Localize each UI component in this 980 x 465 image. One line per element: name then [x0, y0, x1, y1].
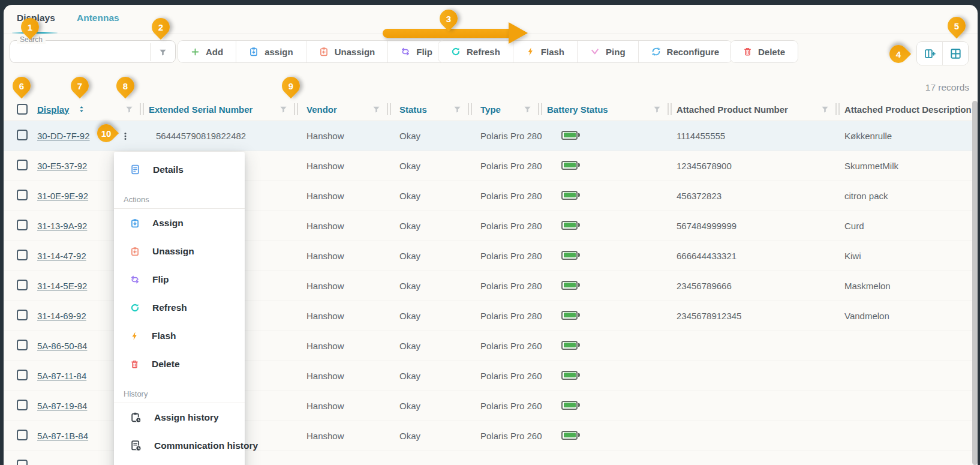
status-cell: Okay: [396, 341, 477, 351]
grid-icon: [950, 48, 961, 59]
column-resize-handle[interactable]: [468, 103, 472, 115]
battery-icon: [561, 221, 578, 230]
row-checkbox[interactable]: [17, 160, 28, 170]
row-checkbox[interactable]: [17, 250, 28, 260]
menu-section-history: History: [114, 378, 245, 403]
annotation-badge-10: 10: [94, 121, 119, 146]
display-link[interactable]: 31-14-47-92: [37, 251, 86, 261]
annotation-arrow: [383, 29, 510, 38]
battery-cell: [547, 131, 677, 142]
menu-item-label: Delete: [152, 359, 180, 370]
column-header-display[interactable]: Display: [37, 104, 69, 115]
annotation-badge-4: 4: [886, 41, 911, 67]
ping-button[interactable]: Ping: [577, 41, 638, 62]
search-input[interactable]: [15, 41, 144, 62]
swap-icon: [130, 275, 140, 284]
row-checkbox[interactable]: [17, 310, 28, 320]
display-link[interactable]: 30-DD-7F-92: [37, 131, 90, 141]
vendor-cell: Hanshow: [303, 221, 396, 231]
annotation-badge-7: 7: [67, 73, 92, 98]
filter-funnel-icon[interactable]: [523, 105, 532, 114]
table-row[interactable]: 30-DD-7F-92 564445790819822482 Hanshow O…: [4, 121, 978, 151]
column-resize-handle[interactable]: [294, 103, 298, 115]
display-link[interactable]: 30-E5-37-92: [37, 161, 87, 171]
display-link[interactable]: 5A-87-1B-84: [37, 431, 88, 441]
menu-item-communication-history[interactable]: Communication history: [114, 431, 245, 460]
row-checkbox[interactable]: [17, 370, 28, 380]
vendor-cell: Hanshow: [303, 431, 396, 441]
assign-button[interactable]: assign: [236, 41, 306, 62]
row-checkbox[interactable]: [17, 430, 28, 440]
tab-antennas[interactable]: Antennas: [77, 13, 119, 23]
display-link[interactable]: 31-13-9A-92: [37, 221, 87, 231]
column-resize-handle[interactable]: [140, 103, 144, 115]
document-icon: [130, 164, 140, 175]
column-resize-handle[interactable]: [668, 103, 672, 115]
vendor-cell: Hanshow: [303, 371, 396, 381]
toolbar-group-device: RefreshFlashPingReconfigure: [438, 40, 732, 63]
menu-item-assign-history[interactable]: Assign history: [114, 403, 245, 431]
search-filter-icon[interactable]: [150, 43, 175, 61]
row-menu-button[interactable]: [121, 131, 130, 141]
sort-icon[interactable]: [77, 105, 86, 113]
menu-item-label: Unassign: [152, 246, 194, 257]
type-cell: Polaris Pro 260: [477, 371, 547, 381]
display-link[interactable]: 31-14-69-92: [37, 311, 86, 321]
display-link[interactable]: 5A-87-19-84: [37, 401, 87, 411]
menu-item-flip[interactable]: Flip: [114, 265, 245, 293]
display-link[interactable]: 31-14-5E-92: [37, 281, 87, 291]
reconfigure-button[interactable]: Reconfigure: [638, 41, 732, 62]
status-cell: Okay: [396, 371, 477, 381]
row-checkbox[interactable]: [17, 340, 28, 350]
battery-cell: [547, 341, 677, 352]
menu-item-unassign[interactable]: Unassign: [114, 237, 245, 265]
button-label: Flip: [416, 47, 432, 57]
menu-item-details[interactable]: Details: [114, 155, 245, 184]
column-header-attached-product-number: Attached Product Number: [677, 104, 788, 115]
filter-funnel-icon[interactable]: [453, 105, 462, 114]
row-checkbox[interactable]: [17, 190, 28, 200]
filter-funnel-icon[interactable]: [653, 105, 662, 114]
menu-item-refresh[interactable]: Refresh: [114, 293, 245, 322]
column-resize-handle[interactable]: [835, 103, 840, 115]
button-label: Flash: [541, 47, 564, 57]
menu-item-assign[interactable]: Assign: [114, 209, 245, 237]
flash-button[interactable]: Flash: [513, 41, 577, 62]
display-link[interactable]: 5A-87-11-84: [37, 371, 86, 381]
document-clock-icon: [130, 440, 142, 451]
battery-icon: [561, 191, 578, 200]
filter-funnel-icon[interactable]: [279, 105, 288, 114]
column-header-extended-serial-number: Extended Serial Number: [149, 104, 252, 115]
row-checkbox[interactable]: [17, 220, 28, 230]
display-link[interactable]: 5A-86-50-84: [37, 341, 87, 351]
refresh-button[interactable]: Refresh: [438, 41, 513, 62]
row-checkbox[interactable]: [17, 280, 28, 290]
status-cell: Okay: [396, 161, 477, 171]
row-checkbox[interactable]: [17, 130, 28, 140]
add-column-button[interactable]: [917, 42, 942, 65]
column-resize-handle[interactable]: [538, 103, 542, 115]
product-description-cell: Curd: [844, 221, 978, 231]
product-number-cell: 12345678900: [677, 161, 844, 171]
delete-button[interactable]: Delete: [731, 41, 798, 62]
filter-funnel-icon[interactable]: [372, 105, 381, 114]
row-checkbox[interactable]: [17, 460, 28, 465]
product-description-cell: citron pack: [844, 191, 978, 201]
flip-button[interactable]: Flip: [387, 41, 445, 62]
records-count: 17 records: [925, 82, 969, 93]
display-link[interactable]: 31-0E-9E-92: [37, 191, 88, 201]
filter-funnel-icon[interactable]: [125, 105, 134, 114]
row-checkbox[interactable]: [17, 400, 28, 410]
annotation-badge-1: 1: [17, 14, 43, 40]
column-resize-handle[interactable]: [387, 103, 391, 115]
filter-funnel-icon[interactable]: [820, 105, 829, 114]
ping-icon: [590, 47, 600, 56]
column-settings-button[interactable]: [942, 42, 968, 65]
select-all-checkbox[interactable]: [17, 104, 28, 115]
vertical-scrollbar[interactable]: [972, 101, 978, 465]
add-button[interactable]: Add: [178, 41, 236, 62]
menu-item-delete[interactable]: Delete: [114, 350, 245, 378]
menu-item-flash[interactable]: Flash: [114, 322, 245, 350]
unassign-button[interactable]: Unassign: [306, 41, 388, 62]
toolbar-group-delete: Delete: [730, 40, 798, 63]
